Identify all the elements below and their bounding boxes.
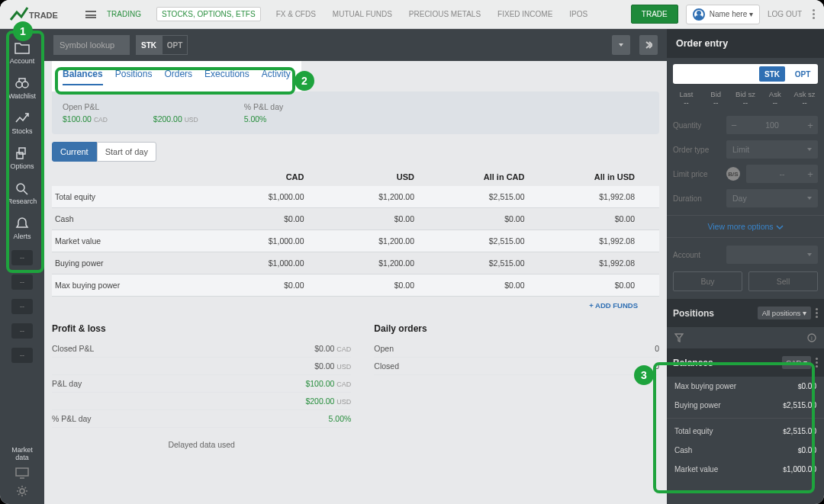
tab-executions[interactable]: Executions [204, 69, 249, 85]
main-nav: TRADING STOCKS, OPTIONS, ETFS FX & CFDS … [105, 7, 589, 21]
order-type-select[interactable]: Limit [726, 140, 818, 159]
toggle-current[interactable]: Current [52, 142, 97, 162]
lookup-stk-toggle[interactable]: STK [136, 35, 162, 55]
table-row: Max buying power$0.00$0.00$0.00$0.00 [52, 274, 659, 297]
summary-col2-value: $200.00 [153, 114, 182, 124]
svg-rect-7 [16, 468, 28, 476]
table-row: Total equity$1,000.00$1,200.00$2,515.00$… [52, 186, 659, 208]
quantity-input[interactable]: −100+ [726, 116, 818, 134]
oe-stk[interactable]: STK [759, 66, 785, 82]
svg-point-1 [16, 82, 22, 88]
sidebar-label: Options [10, 162, 34, 170]
nav-fixed[interactable]: FIXED INCOME [496, 7, 554, 21]
content-area: Balances Positions Orders Executions Act… [44, 61, 667, 504]
toggle-sod[interactable]: Start of day [97, 142, 156, 162]
info-icon[interactable]: i [807, 333, 816, 342]
nav-mutual[interactable]: MUTUAL FUNDS [331, 7, 394, 21]
sidebar-label: Alerts [13, 233, 31, 240]
table-row: Cash$0.00$0.00$0.00$0.00 [52, 208, 659, 230]
quote-row: Last-- Bid-- Bid sz-- Ask-- Ask sz-- [667, 90, 824, 113]
callout-3: 3 [634, 365, 654, 385]
limit-price-input[interactable]: --+ [746, 165, 818, 183]
sidebar-slot[interactable]: -- [11, 250, 33, 265]
sidebar-slot[interactable]: -- [11, 348, 33, 363]
duration-select[interactable]: Day [726, 189, 818, 207]
account-select[interactable] [726, 246, 818, 264]
balances-table: CAD USD All in CAD All in USD Total equi… [52, 168, 659, 297]
sidebar: Account Watchlist Stocks Options Researc… [0, 29, 44, 504]
balances-currency-select[interactable]: CAD ▾ [782, 356, 811, 369]
market-data-label: Market data [11, 446, 33, 461]
lookup-dropdown[interactable] [612, 35, 630, 55]
sidebar-item-research[interactable]: Research [0, 175, 44, 210]
svg-rect-4 [17, 152, 23, 159]
pl-title: Profit & loss [52, 323, 351, 334]
bell-icon [14, 217, 30, 230]
nav-ipos[interactable]: IPOS [568, 7, 589, 21]
svg-rect-3 [19, 148, 25, 154]
user-menu[interactable]: Name here ▾ [686, 5, 760, 24]
pl-day-label: P&L day [52, 379, 82, 388]
monitor-icon[interactable] [14, 466, 30, 480]
col-allusd: All in USD [546, 172, 657, 181]
kebab-icon[interactable] [816, 361, 818, 364]
summary-openpnl-value: $100.00 [63, 114, 92, 124]
svg-text:i: i [811, 335, 813, 342]
buy-button[interactable]: Buy [673, 271, 742, 291]
add-funds-link[interactable]: + ADD FUNDS [44, 301, 638, 310]
order-entry-title: Order entry [667, 29, 824, 58]
positions-filter[interactable]: All positions ▾ [758, 307, 811, 319]
oe-opt[interactable]: OPT [790, 66, 816, 82]
filter-icon[interactable] [674, 333, 684, 342]
delayed-data-notice: Delayed data used [52, 440, 351, 449]
sidebar-label: Account [10, 57, 35, 65]
time-toggle: Current Start of day [52, 142, 156, 162]
expand-arrow-icon[interactable] [639, 35, 658, 55]
svg-text:TRADE: TRADE [29, 11, 58, 20]
research-icon [14, 181, 30, 195]
tab-positions[interactable]: Positions [115, 69, 153, 85]
trade-button[interactable]: TRADE [631, 5, 678, 24]
callout-1: 1 [13, 21, 33, 41]
tab-balances[interactable]: Balances [63, 69, 103, 85]
sell-button[interactable]: Sell [748, 271, 818, 291]
daily-orders-title: Daily orders [374, 323, 659, 334]
sidebar-slot[interactable]: -- [11, 274, 33, 290]
nav-metals[interactable]: PRECIOUS METALS [407, 7, 482, 21]
svg-point-9 [20, 489, 24, 493]
sidebar-slot[interactable]: -- [11, 299, 33, 314]
view-more-options[interactable]: View more options [667, 215, 824, 238]
sidebar-item-options[interactable]: Options [0, 140, 44, 175]
menu-icon[interactable] [85, 11, 96, 18]
account-tabs: Balances Positions Orders Executions Act… [52, 61, 301, 91]
symbol-lookup-input[interactable] [53, 35, 130, 55]
user-icon [693, 8, 705, 21]
sidebar-slot[interactable]: -- [11, 323, 33, 339]
tab-orders[interactable]: Orders [164, 69, 192, 85]
tab-activity[interactable]: Activity [262, 69, 291, 85]
topbar-right: TRADE Name here ▾ LOG OUT [631, 5, 815, 24]
pl-closed-label: Closed P&L [52, 344, 94, 353]
kebab-icon[interactable] [816, 312, 818, 314]
bs-badge-icon: B/S [726, 167, 740, 181]
oe-security-toggle: STK OPT [673, 64, 818, 84]
summary-pct-label: % P&L day [244, 102, 284, 111]
kebab-icon[interactable] [813, 13, 815, 15]
main-column: STK OPT Balances Positions Orders Execut… [44, 29, 667, 504]
sidebar-item-stocks[interactable]: Stocks [0, 105, 44, 140]
nav-stocks[interactable]: STOCKS, OPTIONS, ETFS [156, 7, 261, 21]
sidebar-item-watchlist[interactable]: Watchlist [0, 70, 44, 105]
sidebar-item-alerts[interactable]: Alerts [0, 210, 44, 246]
svg-line-6 [24, 191, 27, 194]
nav-fx[interactable]: FX & CFDS [275, 7, 317, 21]
daily-closed-label: Closed [374, 361, 399, 371]
logout-link[interactable]: LOG OUT [768, 10, 802, 18]
table-row: Market value$1,000.00$1,200.00$2,515.00$… [52, 230, 659, 252]
right-panel: Order entry STK OPT Last-- Bid-- Bid sz-… [667, 29, 824, 504]
binoculars-icon [14, 76, 30, 90]
nav-trading[interactable]: TRADING [105, 7, 143, 21]
col-cad: CAD [215, 172, 326, 181]
positions-header: Positions All positions ▾ [667, 299, 824, 327]
lookup-opt-toggle[interactable]: OPT [162, 35, 188, 55]
gear-icon[interactable] [14, 484, 30, 498]
